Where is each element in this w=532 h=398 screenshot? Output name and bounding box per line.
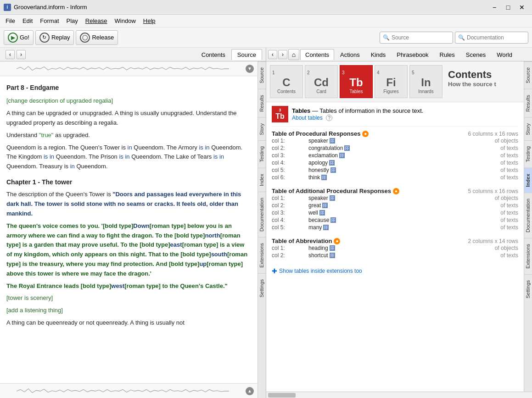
table3-name: Table of Abbreviation	[272, 238, 332, 244]
grid-icon-t2-5	[323, 225, 329, 230]
table2-col1: col 1: speaker of objects	[272, 194, 518, 202]
go-button[interactable]: ▶ Go!	[4, 30, 34, 45]
right-side-tab-source[interactable]: Source	[524, 61, 532, 89]
menu-file[interactable]: File	[2, 16, 19, 26]
tab-rules[interactable]: Rules	[435, 49, 460, 60]
table-abbreviation: Table of Abbreviation ● 2 columns x 14 r…	[272, 238, 518, 259]
card-tables[interactable]: 3 Tb Tables	[340, 65, 373, 98]
left-back-arrow[interactable]: ‹	[6, 50, 15, 59]
para2: Understand "true" as upgraded.	[6, 131, 251, 140]
go-label: Go!	[20, 34, 29, 41]
true-link[interactable]: "true"	[39, 132, 54, 138]
tab-kinds[interactable]: Kinds	[366, 49, 391, 60]
left-side-tab-testing[interactable]: Testing	[258, 140, 266, 168]
table1-col5: col 5: honestly of texts	[272, 166, 518, 174]
grid-icon-2	[344, 145, 350, 151]
tab-world[interactable]: World	[492, 49, 517, 60]
table3-meta: 2 columns x 14 rows	[468, 238, 518, 244]
right-side-tab-settings[interactable]: Settings	[524, 274, 532, 304]
replay-button[interactable]: ↻ Replay	[35, 30, 74, 45]
minimize-button[interactable]: −	[488, 2, 501, 12]
right-panel: ‹ › ⌂ Contents Actions Kinds Phrasebook …	[266, 48, 532, 398]
play-icon: ▶	[8, 33, 18, 43]
right-side-tab-results[interactable]: Results	[524, 89, 532, 117]
left-side-tab-documentation[interactable]: Documentation	[258, 192, 266, 237]
about-tables-link[interactable]: About tables	[292, 115, 323, 121]
left-content-wrapper: ▼ Part 8 - Endgame [change description o…	[0, 61, 266, 398]
left-side-tabs: Source Results Story Testing Index Docum…	[258, 61, 266, 398]
release-button[interactable]: ◯ Release	[76, 30, 118, 45]
help-icon: ?	[326, 115, 332, 121]
grid-icon-4	[329, 160, 335, 166]
table3-col2: col 2: shortcut of texts	[272, 252, 518, 259]
left-forward-arrow[interactable]: ›	[17, 50, 26, 59]
left-side-tab-index[interactable]: Index	[258, 168, 266, 192]
grid-icon-6	[321, 175, 327, 180]
menu-bar: File Edit Format Play Release Window Hel…	[0, 15, 532, 28]
tables-section: 3 Tb Tables — Tables of information in t…	[266, 102, 524, 276]
section-about-line: About tables ?	[292, 114, 423, 121]
menu-play[interactable]: Play	[63, 16, 82, 26]
scroll-down-btn[interactable]: ▼	[246, 65, 254, 73]
right-bottom-scrollbar[interactable]	[266, 392, 532, 398]
maximize-button[interactable]: □	[502, 2, 515, 12]
para7: A thing can be queenready or not queenre…	[6, 318, 251, 328]
table2-name: Table of Additional Procedural Responses	[272, 188, 391, 194]
right-side-tab-story[interactable]: Story	[524, 117, 532, 141]
menu-release[interactable]: Release	[82, 16, 111, 26]
label2: [add a listening thing]	[6, 307, 63, 314]
right-side-tab-index[interactable]: Index	[524, 168, 532, 193]
h-scroll-thumb[interactable]	[268, 393, 296, 398]
search-icon: 🔍	[383, 34, 390, 41]
tab-scenes[interactable]: Scenes	[461, 49, 491, 60]
documentation-search[interactable]: 🔍	[455, 32, 528, 44]
menu-help[interactable]: Help	[140, 16, 159, 26]
left-content: Part 8 - Endgame [change description of …	[0, 76, 258, 383]
release-icon: ◯	[80, 33, 90, 43]
para3: Queendom is a region. The Queen's Tower …	[6, 143, 251, 171]
source-search-input[interactable]	[392, 34, 447, 41]
left-side-tab-extensions[interactable]: Extensions	[258, 237, 266, 273]
left-side-tab-story[interactable]: Story	[258, 117, 266, 141]
menu-edit[interactable]: Edit	[19, 16, 36, 26]
card-contents[interactable]: 1 C Contents	[270, 65, 303, 98]
scroll-up-btn[interactable]: ▲	[246, 387, 254, 395]
table1-meta: 6 columns x 16 rows	[468, 131, 518, 137]
documentation-search-input[interactable]	[467, 34, 522, 41]
table2-col2: col 2: great of texts	[272, 202, 518, 209]
contents-title-block: Contents How the source t	[444, 65, 520, 92]
table2-col3: col 3: well of texts	[272, 209, 518, 216]
source-search[interactable]: 🔍	[380, 32, 453, 44]
tab-phrasebook[interactable]: Phrasebook	[392, 49, 433, 60]
menu-window[interactable]: Window	[111, 16, 140, 26]
change-link[interactable]: [change description of upgraded regalia]	[6, 97, 113, 104]
right-side-tab-extensions[interactable]: Extensions	[524, 238, 532, 274]
card-figures[interactable]: 4 Fi Figures	[375, 65, 408, 98]
card-innards[interactable]: 5 In Innards	[409, 65, 442, 98]
right-side-tab-testing[interactable]: Testing	[524, 140, 532, 168]
right-content-wrapper: 1 C Contents 2 Cd Card 3 Tb Tables	[266, 61, 532, 392]
left-side-tab-source[interactable]: Source	[258, 61, 266, 89]
tb-badge: 3 Tb	[272, 106, 288, 122]
home-button[interactable]: ⌂	[288, 49, 299, 60]
main-layout: ‹ › Contents Source ▼ Part 8 - Endgame […	[0, 48, 532, 398]
left-side-tab-results[interactable]: Results	[258, 89, 266, 117]
show-extensions-link[interactable]: ✚ Show tables inside extensions too	[272, 265, 518, 276]
table1-col2: col 2: congratulation of texts	[272, 144, 518, 152]
table1-col4: col 4: apology of texts	[272, 159, 518, 166]
left-side-tab-settings[interactable]: Settings	[258, 273, 266, 303]
card-card[interactable]: 2 Cd Card	[305, 65, 338, 98]
close-button[interactable]: ✕	[515, 2, 528, 12]
tab-contents[interactable]: Contents	[300, 49, 334, 60]
table3-orange-icon: ●	[334, 238, 340, 244]
tab-source[interactable]: Source	[231, 49, 262, 60]
right-forward-arrow[interactable]: ›	[278, 50, 287, 59]
right-side-tab-documentation[interactable]: Documentation	[524, 193, 532, 238]
tab-contents[interactable]: Contents	[196, 49, 231, 60]
right-back-arrow[interactable]: ‹	[268, 50, 277, 59]
left-tabs: ‹ › Contents Source	[0, 48, 266, 61]
tab-actions[interactable]: Actions	[335, 49, 365, 60]
menu-format[interactable]: Format	[36, 16, 62, 26]
grid-icon-5	[330, 167, 336, 173]
plus-icon: ✚	[272, 267, 277, 275]
